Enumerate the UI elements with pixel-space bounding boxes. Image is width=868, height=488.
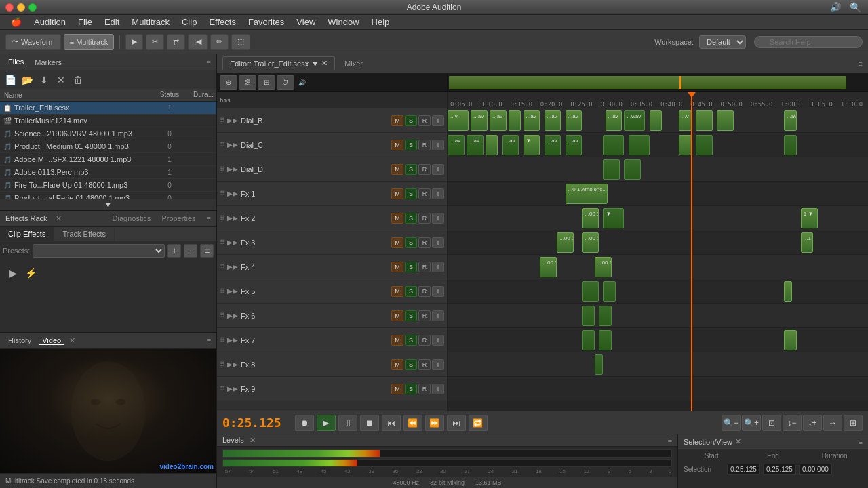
stop-btn[interactable]: ⏹ xyxy=(360,415,379,431)
track-record-btn[interactable]: R xyxy=(418,115,431,126)
audio-clip[interactable]: ...v xyxy=(679,110,692,131)
loop-btn[interactable]: 🔁 xyxy=(469,415,488,431)
zoom-out-time-btn[interactable]: 🔍− xyxy=(722,415,741,431)
overview-timecode-btn[interactable]: ⏱ xyxy=(277,75,294,90)
track-name[interactable]: Fx 4 xyxy=(241,263,390,271)
menu-effects[interactable]: Effects xyxy=(203,16,241,28)
track-solo-btn[interactable]: S xyxy=(405,359,417,370)
audio-clip[interactable]: ...av xyxy=(566,135,583,155)
track-name[interactable]: Fx 2 xyxy=(241,214,390,222)
track-expand-icon[interactable]: ▶▶ xyxy=(227,214,238,222)
zoom-in-time-btn[interactable]: 🔍+ xyxy=(742,415,761,431)
zoom-out-amp-btn[interactable]: ↕− xyxy=(783,415,802,431)
menu-apple[interactable]: 🍎 xyxy=(5,16,27,28)
audio-clip[interactable]: ...av xyxy=(448,135,465,155)
menu-help[interactable]: Help xyxy=(366,16,395,28)
tab-video[interactable]: Video xyxy=(39,336,64,345)
levels-menu-icon[interactable]: ≡ xyxy=(668,436,672,444)
track-record-btn[interactable]: R xyxy=(418,140,431,150)
overview-grid-btn[interactable]: ⊞ xyxy=(258,75,275,90)
clips-row-fx-5[interactable] xyxy=(448,279,868,304)
clips-row-fx-8[interactable] xyxy=(448,352,868,377)
track-name[interactable]: Fx 9 xyxy=(241,385,390,393)
track-drag-handle[interactable]: ⠿ xyxy=(220,287,224,295)
menu-favorites[interactable]: Favorites xyxy=(243,16,290,28)
track-name[interactable]: Fx 5 xyxy=(241,287,390,296)
files-panel-menu-icon[interactable]: ≡ xyxy=(207,58,211,66)
track-drag-handle[interactable]: ⠿ xyxy=(220,239,224,246)
tool-trim[interactable]: |◀ xyxy=(188,34,208,50)
audio-clip[interactable] xyxy=(624,159,641,180)
track-name[interactable]: Fx 3 xyxy=(241,239,390,247)
open-file-btn[interactable]: 📂 xyxy=(20,73,35,87)
track-expand-icon[interactable]: ▶▶ xyxy=(227,336,238,344)
track-name[interactable]: Dial_D xyxy=(241,165,390,174)
clip-effects-tab[interactable]: Clip Effects xyxy=(0,227,54,241)
audio-clip[interactable] xyxy=(784,281,792,302)
track-solo-btn[interactable]: S xyxy=(405,188,417,199)
audio-clip[interactable]: ...av xyxy=(490,110,507,131)
track-mute-btn[interactable]: M xyxy=(391,188,403,199)
track-expand-icon[interactable]: ▶▶ xyxy=(227,312,238,319)
pause-btn[interactable]: ⏸ xyxy=(338,415,357,431)
track-name[interactable]: Fx 6 xyxy=(241,312,390,320)
track-input-btn[interactable]: I xyxy=(432,310,444,321)
track-drag-handle[interactable]: ⠿ xyxy=(220,263,224,270)
track-input-btn[interactable]: I xyxy=(432,188,444,199)
track-record-btn[interactable]: R xyxy=(418,286,431,297)
track-mute-btn[interactable]: M xyxy=(391,310,403,321)
audio-clip[interactable] xyxy=(486,135,498,155)
zoom-in-amp-btn[interactable]: ↕+ xyxy=(803,415,822,431)
audio-clip[interactable]: ...00 1 ▼ xyxy=(582,208,599,228)
track-record-btn[interactable]: R xyxy=(418,384,431,394)
tool-select[interactable]: ▶ xyxy=(125,34,143,50)
track-input-btn[interactable]: I xyxy=(432,384,444,394)
audio-clip[interactable] xyxy=(603,135,624,155)
audio-clip[interactable]: ...0 1 Ambienc....00 1 ▼ xyxy=(566,184,608,204)
audio-clip[interactable]: ...av xyxy=(606,110,623,131)
audio-clip[interactable] xyxy=(509,110,521,131)
presets-menu-btn[interactable]: ≡ xyxy=(200,244,214,258)
close-button[interactable] xyxy=(5,3,14,12)
audio-clip[interactable]: ...av xyxy=(524,110,540,131)
sel-duration-val[interactable]: 0:00.000 xyxy=(799,464,832,475)
import-btn[interactable]: ⬇ xyxy=(37,73,52,87)
audio-clip[interactable]: ▼ xyxy=(524,135,540,155)
audio-clip[interactable]: ...00 1 xyxy=(582,232,599,253)
track-input-btn[interactable]: I xyxy=(432,262,444,272)
audio-clip[interactable] xyxy=(582,330,595,350)
track-expand-icon[interactable]: ▶▶ xyxy=(227,287,238,295)
track-expand-icon[interactable]: ▶▶ xyxy=(227,117,238,124)
track-drag-handle[interactable]: ⠿ xyxy=(220,361,224,368)
menu-file[interactable]: File xyxy=(73,16,98,28)
track-input-btn[interactable]: I xyxy=(432,359,444,370)
track-solo-btn[interactable]: S xyxy=(405,140,417,150)
menu-edit[interactable]: Edit xyxy=(99,16,125,28)
play-btn[interactable]: ▶ xyxy=(317,415,336,431)
sel-end-val[interactable]: 0:25.125 xyxy=(763,464,796,475)
tab-history[interactable]: History xyxy=(5,336,34,344)
track-drag-handle[interactable]: ⠿ xyxy=(220,336,224,344)
selection-menu-icon[interactable]: ≡ xyxy=(859,438,863,446)
record-btn[interactable]: ⏺ xyxy=(295,415,314,431)
audio-clip[interactable] xyxy=(784,135,797,155)
clips-row-dial_b[interactable]: ...v...av...av...av...av...av...av...wav… xyxy=(448,108,868,133)
audio-clip[interactable]: ...00 1 ▼ xyxy=(595,257,612,277)
video-tab-close-icon[interactable]: ✕ xyxy=(69,336,75,345)
diagnostics-tab[interactable]: Diagnostics xyxy=(113,214,151,222)
track-mute-btn[interactable]: M xyxy=(391,262,403,272)
track-mute-btn[interactable]: M xyxy=(391,164,403,175)
presets-del-btn[interactable]: − xyxy=(184,244,197,258)
audio-clip[interactable] xyxy=(595,354,603,375)
track-input-btn[interactable]: I xyxy=(432,213,444,224)
clips-row-fx-1[interactable]: ...0 1 Ambienc....00 1 ▼ xyxy=(448,182,868,206)
selection-close-icon[interactable]: ✕ xyxy=(735,437,741,446)
track-name[interactable]: Fx 1 xyxy=(241,190,390,198)
tab-markers[interactable]: Markers xyxy=(32,58,64,66)
track-solo-btn[interactable]: S xyxy=(405,310,417,321)
tool-pencil[interactable]: ✏ xyxy=(210,34,229,50)
track-solo-btn[interactable]: S xyxy=(405,237,417,248)
menu-clip[interactable]: Clip xyxy=(176,16,202,28)
track-expand-icon[interactable]: ▶▶ xyxy=(227,361,238,368)
track-record-btn[interactable]: R xyxy=(418,188,431,199)
